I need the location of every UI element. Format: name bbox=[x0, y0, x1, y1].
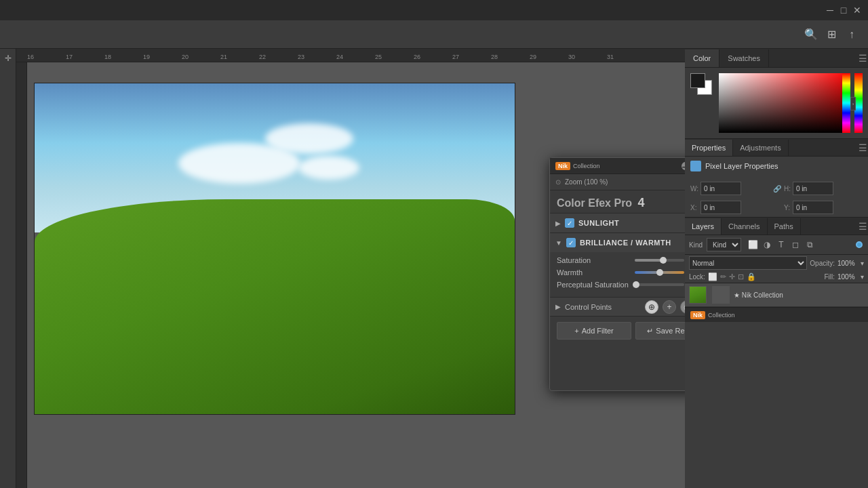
opacity-dropdown-icon[interactable]: ▾ bbox=[861, 260, 864, 267]
properties-panel-options-icon[interactable]: ☰ bbox=[857, 140, 868, 156]
add-filter-plus-icon: + bbox=[574, 327, 578, 335]
perceptual-saturation-track[interactable] bbox=[635, 283, 684, 286]
ruler-mark: 22 bbox=[259, 54, 298, 60]
layers-panel-tabs: Layers Channels Paths ☰ bbox=[685, 218, 868, 235]
layer-kind-select[interactable]: Kind bbox=[707, 238, 741, 251]
warmth-slider-track[interactable] bbox=[635, 271, 684, 274]
layer-pixel-filter-icon[interactable]: ⬜ bbox=[747, 239, 759, 251]
spectrum-bar[interactable] bbox=[842, 73, 850, 133]
canvas-scroll[interactable]: Nik Collection ─ □ ✕ ⊙ bbox=[27, 62, 685, 488]
blend-mode-select[interactable]: Normal bbox=[689, 256, 807, 270]
saturation-fill bbox=[635, 259, 663, 262]
tab-properties[interactable]: Properties bbox=[685, 140, 733, 156]
tab-channels[interactable]: Channels bbox=[722, 218, 767, 235]
saturation-slider-track[interactable] bbox=[635, 259, 684, 262]
tab-color-label: Color bbox=[693, 54, 711, 62]
add-filter-button[interactable]: + Add Filter bbox=[557, 322, 631, 340]
sunlight-filter-name: SUNLIGHT bbox=[578, 219, 685, 227]
tab-paths[interactable]: Paths bbox=[768, 218, 801, 235]
ruler-mark: 28 bbox=[491, 54, 530, 60]
nik-bar-collection-label: Collection bbox=[708, 312, 735, 319]
lock-all-btn[interactable]: 🔒 bbox=[747, 272, 756, 281]
opacity-value: 100% bbox=[837, 260, 858, 267]
top-toolbar: 🔍 ⊞ ↑ bbox=[0, 20, 868, 49]
ruler-mark: 24 bbox=[336, 54, 375, 60]
warmth-slider-row: Warmth -5% bbox=[557, 268, 685, 277]
lock-position-btn[interactable]: ✛ bbox=[729, 272, 735, 281]
layer-text-filter-icon[interactable]: T bbox=[775, 239, 787, 251]
ruler-numbers: 16 17 18 19 20 21 22 23 24 25 26 27 28 2… bbox=[16, 54, 646, 60]
maximize-button[interactable]: □ bbox=[838, 5, 849, 16]
brilliance-warmth-header[interactable]: ▼ ✓ BRILLIANCE / WARMTH ≡ ✕ bbox=[550, 233, 685, 252]
save-recipe-button[interactable]: ↵ Save Recipe bbox=[635, 322, 685, 340]
cef-app-header: Color Efex Pro 4 bbox=[550, 190, 685, 213]
brilliance-enabled-checkbox[interactable]: ✓ bbox=[566, 238, 576, 247]
zoom-label: Zoom (100 %) bbox=[565, 178, 608, 186]
close-button[interactable]: ✕ bbox=[852, 5, 863, 16]
ruler-mark: 16 bbox=[27, 54, 66, 60]
minimize-button[interactable]: ─ bbox=[825, 5, 835, 16]
cef-titlebar: Nik Collection ─ □ ✕ bbox=[550, 158, 685, 174]
height-input[interactable] bbox=[793, 182, 833, 195]
cef-minimize-btn[interactable]: ─ bbox=[682, 162, 685, 170]
fill-dropdown-icon[interactable]: ▾ bbox=[861, 273, 864, 281]
perceptual-saturation-thumb[interactable] bbox=[633, 281, 639, 288]
warmth-thumb[interactable] bbox=[656, 269, 663, 276]
control-point-add-white-button[interactable]: ⊕ bbox=[645, 300, 658, 314]
tab-adjustments[interactable]: Adjustments bbox=[733, 140, 789, 156]
panel-expand-icon[interactable]: › bbox=[850, 97, 856, 110]
properties-adjustments-panel: Properties Adjustments ☰ Pixel Layer Pro… bbox=[685, 139, 868, 218]
control-point-target-button[interactable]: ◎ bbox=[680, 300, 685, 314]
pixel-layer-title-label: Pixel Layer Properties bbox=[705, 162, 778, 170]
fill-label: Fill: bbox=[824, 273, 835, 281]
layer-shape-filter-icon[interactable]: ◻ bbox=[789, 239, 802, 251]
warmth-value: -5% bbox=[684, 268, 685, 277]
x-input[interactable] bbox=[701, 201, 741, 214]
canvas-with-ruler: Nik Collection ─ □ ✕ ⊙ bbox=[16, 62, 685, 488]
color-swatches-panel: Color Swatches ☰ bbox=[685, 49, 868, 139]
ruler-mark: 23 bbox=[298, 54, 336, 60]
color-controls: › bbox=[690, 73, 863, 133]
layer-name-label: ★ Nik Collection bbox=[734, 291, 783, 299]
search-icon[interactable]: 🔍 bbox=[803, 26, 819, 43]
ruler-mark: 21 bbox=[220, 54, 259, 60]
photo-canvas bbox=[34, 83, 515, 415]
lock-image-pixels-btn[interactable]: ✏ bbox=[720, 272, 726, 281]
sunlight-enabled-checkbox[interactable]: ✓ bbox=[565, 218, 574, 228]
share-icon[interactable]: ↑ bbox=[844, 26, 860, 43]
main-area: ✛ 16 17 18 19 20 21 22 23 24 25 26 27 bbox=[0, 49, 868, 488]
blend-mode-row: Normal Opacity: 100% ▾ bbox=[685, 255, 868, 271]
saturation-thumb[interactable] bbox=[660, 257, 667, 264]
ruler-mark: 25 bbox=[375, 54, 414, 60]
tab-layers[interactable]: Layers bbox=[685, 218, 722, 235]
lock-artboard-btn[interactable]: ⊡ bbox=[738, 272, 744, 281]
perceptual-saturation-slider-row: Perceptual Saturation 0% bbox=[557, 281, 685, 289]
lock-transparent-pixels-btn[interactable]: ⬜ bbox=[708, 272, 717, 281]
y-input[interactable] bbox=[793, 201, 833, 214]
link-dimensions-icon[interactable]: 🔗 bbox=[772, 178, 782, 199]
sunlight-chevron-icon: ▶ bbox=[555, 220, 561, 227]
tab-swatches[interactable]: Swatches bbox=[719, 49, 769, 67]
tool-move[interactable]: ✛ bbox=[1, 52, 15, 65]
control-point-add-button[interactable]: + bbox=[663, 300, 676, 314]
layer-smart-filter-icon[interactable]: ⧉ bbox=[804, 239, 816, 251]
cef-window-controls: ─ □ ✕ bbox=[682, 162, 685, 170]
layer-adjust-filter-icon[interactable]: ◑ bbox=[761, 239, 773, 251]
sunlight-filter-header[interactable]: ▶ ✓ SUNLIGHT ≡ ✕ bbox=[550, 214, 685, 232]
width-input[interactable] bbox=[701, 182, 741, 195]
foreground-color-swatch[interactable] bbox=[690, 73, 705, 88]
layers-panel-options-icon[interactable]: ☰ bbox=[857, 218, 868, 235]
color-panel-options-icon[interactable]: ☰ bbox=[857, 49, 868, 67]
layer-visibility-indicator bbox=[854, 240, 864, 249]
tab-properties-label: Properties bbox=[692, 144, 726, 152]
save-recipe-icon: ↵ bbox=[647, 327, 653, 336]
layer-thumbnail bbox=[689, 286, 707, 304]
control-points-chevron-icon: ▶ bbox=[555, 303, 561, 310]
tab-color[interactable]: Color bbox=[685, 49, 719, 67]
ruler-mark: 27 bbox=[452, 54, 491, 60]
layer-item-nik-collection[interactable]: ★ Nik Collection bbox=[685, 283, 868, 307]
tab-swatches-label: Swatches bbox=[728, 54, 760, 62]
w-label: W: bbox=[690, 185, 698, 192]
screen-mode-icon[interactable]: ⊞ bbox=[823, 26, 840, 43]
color-gradient-box[interactable] bbox=[719, 73, 850, 133]
